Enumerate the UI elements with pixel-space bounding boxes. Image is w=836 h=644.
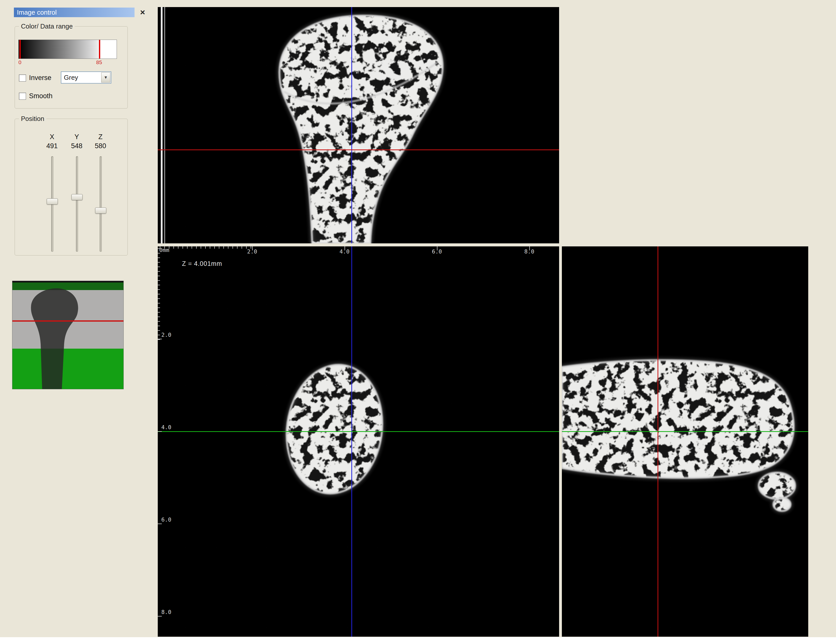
color-data-range-group: Color/ Data range 0 85 Inverse Grey ▼ Sm… <box>15 26 128 109</box>
inverse-checkbox[interactable] <box>19 75 26 82</box>
position-group: Position X Y Z 491 548 580 <box>15 119 128 255</box>
transaxial-bone-image <box>158 247 559 637</box>
ruler-left-label: 4.0 <box>161 424 171 430</box>
preview-image <box>12 281 123 389</box>
slider-thumb-z[interactable] <box>95 208 106 214</box>
crosshair-y-line[interactable] <box>158 431 559 432</box>
slice-position-label: Z = 4.001mm <box>182 260 222 267</box>
screen: Image control × Color/ Data range 0 85 I… <box>0 0 836 644</box>
crosshair-z-line[interactable] <box>158 149 559 150</box>
ruler-minor-ticks <box>160 247 251 248</box>
ruler-tick <box>158 523 162 524</box>
range-min-label: 0 <box>18 59 21 65</box>
panel-title-label: Image control <box>17 8 57 16</box>
ruler-left-label: 8.0 <box>161 609 171 615</box>
close-button[interactable]: × <box>137 7 148 17</box>
slider-track-z[interactable] <box>100 156 102 252</box>
sagittal-view[interactable] <box>562 247 808 637</box>
palette-dropdown[interactable]: Grey ▼ <box>61 72 111 83</box>
axis-value-x: 491 <box>42 142 62 150</box>
position-label: Position <box>19 115 46 123</box>
ruler-top-label: 6.0 <box>432 248 442 255</box>
slider-track-y[interactable] <box>76 156 78 252</box>
sagittal-bone-image <box>562 247 808 637</box>
smooth-checkbox[interactable] <box>19 93 26 100</box>
dropdown-arrow-button[interactable]: ▼ <box>101 72 110 83</box>
axis-label-x: X <box>42 133 62 141</box>
ruler-top-label: 4.0 <box>340 248 349 255</box>
ruler-top-label: 2.0 <box>247 248 257 255</box>
colormap-gradient-bar[interactable] <box>18 40 117 59</box>
coronal-bone-image <box>158 7 559 244</box>
palette-value: Grey <box>64 74 78 81</box>
ruler-top-label: 8.0 <box>524 248 534 255</box>
ruler-tick <box>158 431 162 432</box>
scan-artifact-stripe <box>161 7 163 244</box>
ruler-left-label: 6.0 <box>161 517 171 523</box>
ruler-left: 2.04.06.08.0 <box>158 247 173 637</box>
close-icon: × <box>140 7 145 17</box>
crosshair-y-line[interactable] <box>562 431 808 432</box>
ruler-tick <box>158 616 162 616</box>
inverse-label: Inverse <box>29 74 52 82</box>
scan-artifact-stripe <box>164 7 165 244</box>
ruler-top: 0mm2.04.06.08.0 <box>158 247 559 258</box>
coronal-view[interactable] <box>158 7 559 244</box>
ruler-tick <box>158 339 162 339</box>
ruler-left-label: 2.0 <box>161 332 171 338</box>
range-max-marker[interactable] <box>99 40 100 59</box>
smooth-label: Smooth <box>29 92 52 100</box>
crosshair-x-line[interactable] <box>351 247 352 637</box>
slider-track-x[interactable] <box>51 156 53 252</box>
transaxial-view[interactable]: 0mm2.04.06.08.0 2.04.06.08.0 Z = 4.001mm <box>158 247 559 637</box>
range-min-marker[interactable] <box>20 40 21 59</box>
preview-thumbnail[interactable] <box>12 281 124 389</box>
axis-value-z: 580 <box>90 142 111 150</box>
panel-titlebar[interactable]: Image control <box>14 8 134 17</box>
crosshair-z-line[interactable] <box>658 247 658 637</box>
bottom-strip <box>0 637 836 644</box>
axis-label-z: Z <box>90 133 111 141</box>
range-max-label: 85 <box>96 59 102 65</box>
color-data-range-label: Color/ Data range <box>19 23 75 30</box>
ruler-minor-ticks <box>158 248 160 340</box>
chevron-down-icon: ▼ <box>104 72 108 83</box>
crosshair-x-line[interactable] <box>351 7 352 244</box>
slider-thumb-x[interactable] <box>47 198 58 204</box>
slider-thumb-y[interactable] <box>72 194 83 200</box>
axis-label-y: Y <box>67 133 87 141</box>
axis-value-y: 548 <box>67 142 87 150</box>
